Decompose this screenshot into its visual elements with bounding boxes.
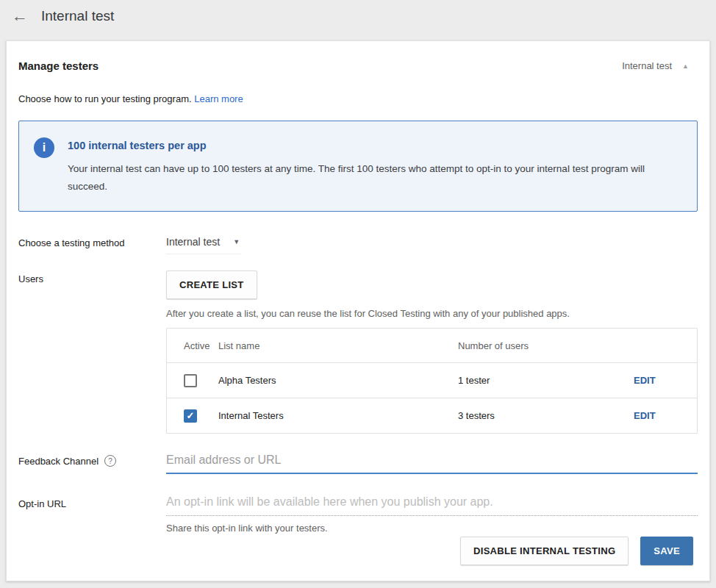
chevron-up-icon[interactable]: ▲ bbox=[682, 62, 689, 70]
table-row: Internal Testers 3 testers EDIT bbox=[167, 398, 697, 433]
testing-method-label: Choose a testing method bbox=[18, 234, 166, 248]
create-list-button[interactable]: CREATE LIST bbox=[166, 270, 257, 299]
info-icon: i bbox=[34, 137, 54, 158]
col-header-list-name: List name bbox=[218, 340, 458, 351]
intro-text: Choose how to run your testing program. … bbox=[18, 93, 698, 104]
testing-method-row: Choose a testing method Internal test ▼ bbox=[18, 234, 698, 254]
create-list-helper: After you create a list, you can reuse t… bbox=[166, 308, 698, 319]
feedback-channel-row: Feedback Channel ? bbox=[18, 452, 698, 474]
info-box-title: 100 internal testers per app bbox=[68, 135, 679, 151]
top-app-bar: ← Internal test bbox=[0, 0, 716, 32]
save-button[interactable]: SAVE bbox=[640, 537, 693, 565]
help-icon[interactable]: ? bbox=[104, 455, 116, 467]
opt-in-url-label: Opt-in URL bbox=[18, 495, 166, 509]
info-box-body: Your internal test can have up to 100 te… bbox=[68, 160, 679, 196]
disable-internal-testing-button[interactable]: DISABLE INTERNAL TESTING bbox=[460, 537, 629, 565]
track-selector[interactable]: Internal test ▲ bbox=[622, 60, 698, 71]
edit-link-alpha-testers[interactable]: EDIT bbox=[634, 375, 656, 386]
intro-sentence: Choose how to run your testing program. bbox=[18, 93, 192, 104]
users-label: Users bbox=[18, 270, 166, 284]
active-checkbox-internal-testers[interactable] bbox=[184, 409, 197, 423]
testing-method-dropdown[interactable]: Internal test ▼ bbox=[166, 234, 241, 254]
info-box: i 100 internal testers per app Your inte… bbox=[18, 121, 698, 212]
users-row: Users CREATE LIST After you create a lis… bbox=[18, 270, 698, 434]
info-box-content: 100 internal testers per app Your intern… bbox=[68, 135, 679, 196]
col-header-number-of-users: Number of users bbox=[458, 340, 616, 351]
page-title: Internal test bbox=[41, 8, 114, 24]
opt-in-url-placeholder: An opt-in link will be available here wh… bbox=[166, 495, 698, 516]
testing-method-value: Internal test bbox=[166, 236, 220, 248]
section-title: Manage testers bbox=[18, 60, 99, 72]
feedback-channel-input[interactable] bbox=[166, 452, 698, 474]
col-header-active: Active bbox=[167, 340, 218, 351]
learn-more-link[interactable]: Learn more bbox=[194, 93, 243, 104]
list-name: Alpha Testers bbox=[218, 375, 458, 386]
testers-table: Active List name Number of users Alpha T… bbox=[166, 328, 698, 434]
opt-in-url-row: Opt-in URL An opt-in link will be availa… bbox=[18, 495, 698, 534]
tester-count: 3 testers bbox=[458, 410, 616, 421]
table-row: Alpha Testers 1 tester EDIT bbox=[167, 362, 697, 398]
opt-in-url-helper: Share this opt-in link with your testers… bbox=[166, 523, 698, 534]
track-selector-label: Internal test bbox=[622, 60, 672, 71]
list-name: Internal Testers bbox=[218, 410, 458, 421]
footer-actions: DISABLE INTERNAL TESTING SAVE bbox=[460, 537, 693, 565]
active-checkbox-alpha-testers[interactable] bbox=[184, 374, 197, 387]
chevron-down-icon: ▼ bbox=[233, 238, 240, 245]
feedback-channel-label: Feedback Channel bbox=[18, 456, 99, 467]
edit-link-internal-testers[interactable]: EDIT bbox=[634, 410, 656, 421]
tester-count: 1 tester bbox=[458, 375, 616, 386]
card-header: Manage testers Internal test ▲ bbox=[18, 60, 698, 72]
table-header-row: Active List name Number of users bbox=[167, 329, 697, 362]
manage-testers-card: Manage testers Internal test ▲ Choose ho… bbox=[6, 40, 710, 581]
back-arrow-icon[interactable]: ← bbox=[12, 8, 35, 24]
